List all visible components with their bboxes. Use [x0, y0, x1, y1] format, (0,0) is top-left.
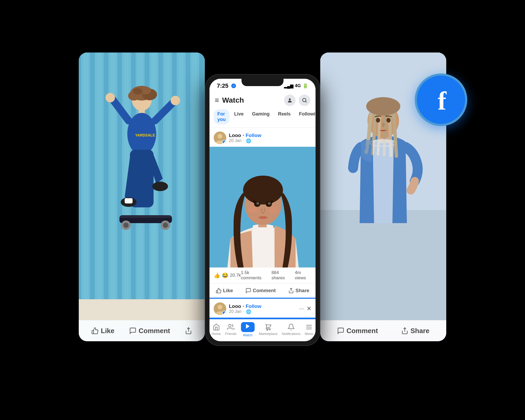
nav-notifications-label: Notifications — [282, 332, 301, 336]
comment-button[interactable]: Comment — [241, 286, 280, 296]
nav-notifications[interactable]: Notifications — [282, 323, 301, 336]
post-2-follow-button[interactable]: Follow — [246, 303, 261, 309]
nav-friends-label: Friends — [225, 332, 237, 336]
svg-point-59 — [218, 134, 222, 139]
post-1-user-info: Looo · Follow 20 Jan · 🌐 — [229, 133, 311, 143]
verified-badge: ✓ — [231, 83, 236, 88]
tab-live[interactable]: Live — [230, 109, 247, 124]
facebook-f-letter: f — [438, 88, 446, 114]
page-title: Watch — [222, 96, 244, 104]
close-post-button[interactable]: ✕ — [307, 305, 311, 312]
svg-point-56 — [303, 98, 306, 102]
header-left: ≡ Watch — [215, 96, 244, 104]
svg-point-26 — [133, 88, 143, 94]
svg-point-55 — [289, 98, 291, 100]
shares-count: 884 shares — [271, 270, 291, 281]
post-1-meta: 20 Jan · 🌐 — [229, 138, 311, 143]
svg-point-63 — [243, 176, 283, 204]
search-icon-button[interactable] — [299, 94, 310, 106]
right-share-button[interactable]: Share — [401, 327, 429, 335]
post-1: Looo · Follow 20 Jan · 🌐 — [209, 128, 316, 144]
nav-home[interactable]: Home — [212, 323, 221, 336]
share-button[interactable]: Share — [284, 286, 314, 296]
comments-count: 1.5k comments — [241, 270, 268, 281]
hamburger-icon[interactable]: ≡ — [215, 96, 219, 104]
svg-point-34 — [152, 182, 168, 191]
tab-reels[interactable]: Reels — [274, 109, 294, 124]
profile-icon-button[interactable] — [284, 94, 296, 106]
tab-gaming[interactable]: Gaming — [248, 109, 273, 124]
nav-watch[interactable]: Watch — [241, 322, 255, 337]
post-1-header: Looo · Follow 20 Jan · 🌐 — [214, 132, 311, 144]
post-2-header-left: Looo · Follow 20 Jan · 🌐 — [214, 302, 261, 315]
nav-home-label: Home — [212, 332, 221, 336]
post-2-avatar-verified — [222, 311, 226, 315]
nav-watch-icon — [241, 322, 255, 332]
nav-menu-label: Menu — [305, 332, 313, 336]
header-icons — [284, 94, 310, 106]
tab-following[interactable]: Following — [295, 109, 316, 124]
like-label: Like — [223, 288, 233, 293]
phone-device: 7:25 ✓ ▂▄▆ 4G 🔋 ≡ Watch — [205, 74, 320, 346]
post-2: Looo · Follow 20 Jan · 🌐 ·· — [209, 299, 316, 315]
post-2-avatar — [214, 302, 226, 315]
left-like-button[interactable]: Like — [91, 327, 114, 335]
post-2-header: Looo · Follow 20 Jan · 🌐 ·· — [214, 302, 311, 315]
post-2-username: Looo · Follow — [229, 303, 261, 309]
post-2-actions: ··· ✕ — [299, 305, 311, 312]
svg-point-69 — [269, 207, 278, 213]
post-1-avatar — [214, 132, 226, 144]
haha-emoji: 😂 — [222, 272, 228, 279]
signal-bars: ▂▄▆ — [284, 83, 293, 88]
svg-rect-42 — [120, 216, 171, 218]
nav-marketplace-label: Marketplace — [259, 332, 277, 336]
svg-point-68 — [248, 207, 257, 213]
time-display: 7:25 — [217, 82, 228, 89]
tabs-bar: For you Live Gaming Reels Following — [209, 109, 316, 128]
reactions-container: 👍 😂 20.7k — [214, 272, 241, 279]
svg-point-52 — [386, 118, 391, 123]
left-share-button[interactable] — [185, 327, 192, 334]
left-comment-button[interactable]: Comment — [129, 327, 170, 335]
svg-point-50 — [366, 97, 400, 116]
svg-point-32 — [171, 96, 180, 105]
post-2-meta: 20 Jan · 🌐 — [229, 309, 261, 314]
nav-marketplace[interactable]: Marketplace — [259, 323, 277, 336]
facebook-logo: f — [415, 74, 467, 126]
network-type: 4G — [295, 83, 301, 88]
svg-point-41 — [163, 223, 168, 228]
comment-label: Comment — [253, 288, 276, 293]
nav-friends[interactable]: Friends — [225, 323, 237, 336]
like-emoji: 👍 — [214, 272, 220, 279]
post-1-stats: 👍 😂 20.7k 1.5k comments 884 shares 4m vi… — [209, 267, 316, 284]
svg-line-57 — [306, 101, 307, 102]
status-time-container: 7:25 ✓ — [217, 82, 236, 89]
reactions-count: 20.7k — [230, 273, 241, 278]
post-1-follow-button[interactable]: Follow — [246, 133, 261, 138]
svg-point-72 — [218, 305, 222, 309]
right-card-bottom: Comment Share — [320, 320, 446, 341]
left-comment-label: Comment — [139, 327, 170, 335]
svg-text:YARDSALE: YARDSALE — [135, 133, 155, 137]
bottom-nav: Home Friends — [209, 319, 316, 341]
phone-notch — [242, 79, 284, 86]
svg-point-40 — [123, 223, 129, 228]
right-share-label: Share — [411, 327, 429, 335]
svg-point-73 — [229, 324, 231, 327]
nav-menu[interactable]: Menu — [305, 323, 313, 336]
post-2-globe-icon: 🌐 — [246, 309, 251, 314]
svg-point-67 — [268, 202, 271, 205]
like-button[interactable]: Like — [212, 286, 237, 296]
nav-watch-label: Watch — [243, 333, 252, 337]
left-card: YARDSALE Like Comment — [79, 52, 205, 341]
right-comment-label: Comment — [346, 327, 378, 335]
svg-rect-20 — [79, 299, 205, 320]
more-options-button[interactable]: ··· — [299, 305, 304, 312]
globe-icon: 🌐 — [246, 138, 251, 143]
avatar-verified-badge — [222, 140, 226, 144]
svg-point-51 — [376, 118, 380, 123]
left-like-label: Like — [101, 327, 114, 335]
tab-for-you[interactable]: For you — [214, 109, 229, 124]
right-comment-button[interactable]: Comment — [337, 327, 378, 335]
post-1-image — [209, 147, 316, 267]
